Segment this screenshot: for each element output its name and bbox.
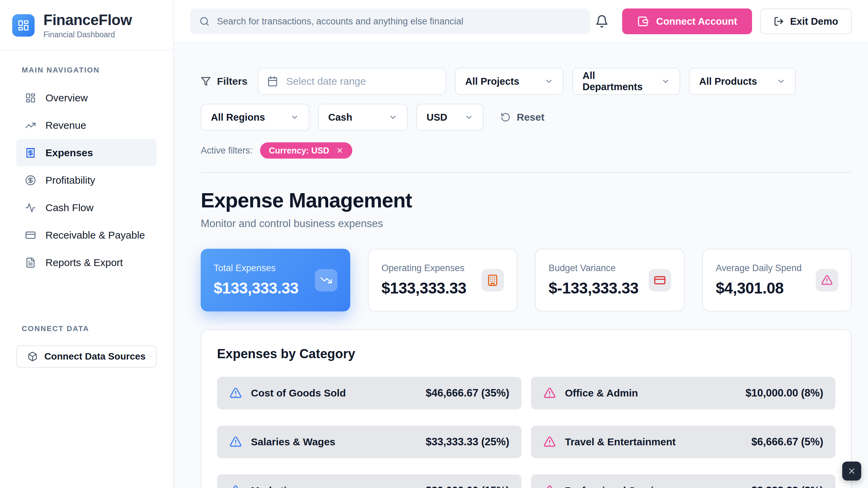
category-row-salaries-wages: Salaries & Wages $33,333.33 (25%): [217, 426, 521, 458]
sidebar-item-label: Cash Flow: [45, 202, 94, 214]
active-filter-chip-label: Currency: USD: [269, 146, 329, 156]
sidebar-item-receivable-payable[interactable]: Receivable & Payable: [16, 221, 157, 249]
category-name: Cost of Goods Sold: [251, 387, 346, 399]
stat-icon-chip: [816, 269, 838, 291]
alert-triangle-icon: [229, 435, 242, 448]
date-range-input[interactable]: Select date range: [258, 68, 446, 95]
regions-select[interactable]: All Regions: [201, 104, 309, 131]
chevron-down-icon: [777, 77, 786, 86]
main-content: Filters Select date range All Projects A…: [174, 43, 868, 488]
trending-down-icon: [320, 274, 332, 286]
file-text-icon: [25, 257, 36, 268]
sidebar-item-expenses[interactable]: Expenses: [16, 139, 157, 166]
category-value: $10,000.00 (8%): [746, 387, 823, 399]
alert-triangle-icon: [543, 484, 556, 488]
products-select[interactable]: All Products: [689, 68, 796, 95]
connect-data-sources-button[interactable]: Connect Data Sources: [16, 345, 157, 368]
credit-card-icon: [654, 274, 666, 286]
payment-method-select[interactable]: Cash: [318, 104, 408, 131]
sidebar-item-label: Overview: [45, 92, 88, 104]
category-name: Salaries & Wages: [251, 436, 335, 448]
category-name: Office & Admin: [565, 387, 638, 399]
payment-method-select-value: Cash: [328, 112, 352, 123]
sidebar-item-reports-export[interactable]: Reports & Export: [16, 249, 157, 276]
sidebar-item-overview[interactable]: Overview: [16, 84, 157, 111]
sidebar-item-cash-flow[interactable]: Cash Flow: [16, 194, 157, 221]
active-filter-chip-currency[interactable]: Currency: USD: [260, 142, 352, 159]
notifications-button[interactable]: [595, 15, 609, 28]
reset-label: Reset: [517, 111, 545, 123]
chevron-down-icon: [290, 113, 299, 122]
alert-triangle-icon: [543, 387, 556, 400]
connect-data-section: CONNECT DATA Connect Data Sources: [0, 324, 173, 368]
remove-filter-button[interactable]: [336, 147, 343, 154]
package-icon: [27, 351, 38, 362]
sidebar-item-label: Expenses: [45, 147, 93, 159]
stat-card-total-expenses: Total Expenses $133,333.33: [201, 249, 350, 311]
credit-card-icon: [25, 230, 36, 241]
search-input[interactable]: [217, 16, 580, 27]
chevron-down-icon: [465, 113, 473, 122]
chevron-down-icon: [545, 77, 553, 86]
category-row-professional-services: Professional Services $3,333.33 (3%): [531, 474, 835, 488]
search-input-wrapper[interactable]: [190, 8, 590, 34]
projects-select[interactable]: All Projects: [455, 68, 564, 95]
category-grid: Cost of Goods Sold $46,666.67 (35%) Offi…: [217, 377, 835, 488]
section-divider: [201, 172, 852, 173]
category-row-office-admin: Office & Admin $10,000.00 (8%): [531, 377, 835, 409]
category-name: Travel & Entertainment: [565, 436, 676, 448]
stat-label: Average Daily Spend: [716, 263, 802, 273]
projects-select-value: All Projects: [465, 76, 519, 87]
activity-icon: [25, 202, 36, 213]
stat-label: Operating Expenses: [381, 263, 466, 273]
expenses-by-category-panel: Expenses by Category Cost of Goods Sold …: [201, 329, 852, 488]
app-logo: FinanceFlow Financial Dashboard: [0, 0, 173, 50]
stat-value: $133,333.33: [214, 279, 298, 297]
stat-card-operating-expenses: Operating Expenses $133,333.33: [368, 249, 517, 311]
floating-close-button[interactable]: [842, 462, 861, 481]
stat-icon-chip: [481, 269, 504, 291]
category-row-marketing: Marketing $20,000.00 (15%): [217, 474, 521, 488]
rotate-ccw-icon: [500, 112, 511, 122]
wallet-icon: [637, 16, 649, 27]
category-row-cost-of-goods-sold: Cost of Goods Sold $46,666.67 (35%): [217, 377, 521, 409]
connect-account-button[interactable]: Connect Account: [622, 8, 752, 34]
page-subtitle: Monitor and control business expenses: [201, 218, 852, 230]
page-title: Expense Management: [201, 188, 852, 212]
alert-triangle-icon: [229, 387, 242, 400]
app-logo-mark: [12, 14, 35, 37]
currency-select[interactable]: USD: [416, 104, 484, 131]
connect-data-sources-label: Connect Data Sources: [44, 351, 146, 362]
category-value: $33,333.33 (25%): [426, 436, 509, 448]
layout-dashboard-icon: [25, 93, 36, 103]
log-out-icon: [774, 16, 784, 26]
stat-value: $-133,333.33: [549, 279, 638, 297]
sidebar-item-profitability[interactable]: Profitability: [16, 166, 157, 194]
sidebar-item-label: Revenue: [45, 120, 86, 131]
alert-triangle-icon: [229, 484, 242, 488]
departments-select[interactable]: All Departments: [572, 68, 680, 95]
connect-section-header: CONNECT DATA: [16, 324, 157, 333]
category-value: $6,666.67 (5%): [751, 436, 823, 448]
exit-demo-label: Exit Demo: [790, 16, 838, 27]
reset-filters-button[interactable]: Reset: [500, 111, 545, 123]
bell-icon: [595, 15, 609, 28]
app-tagline: Financial Dashboard: [43, 30, 132, 39]
sidebar-item-label: Receivable & Payable: [45, 229, 145, 241]
active-filters-row: Active filters: Currency: USD: [201, 142, 852, 159]
close-icon: [336, 147, 343, 154]
connect-account-label: Connect Account: [656, 16, 737, 27]
regions-select-value: All Regions: [211, 112, 265, 123]
stat-icon-chip: [315, 269, 337, 291]
exit-demo-button[interactable]: Exit Demo: [760, 8, 852, 34]
category-row-travel-entertainment: Travel & Entertainment $6,666.67 (5%): [531, 426, 835, 458]
chevron-down-icon: [389, 113, 397, 122]
alert-triangle-icon: [543, 435, 556, 448]
category-name: Marketing: [251, 485, 299, 488]
sidebar-item-label: Profitability: [45, 175, 95, 186]
sidebar-item-revenue[interactable]: Revenue: [16, 111, 157, 139]
app-name: FinanceFlow: [43, 12, 132, 28]
circle-dollar-icon: [25, 175, 36, 186]
category-value: $3,333.33 (3%): [751, 485, 823, 488]
layout-dashboard-icon: [17, 19, 29, 32]
